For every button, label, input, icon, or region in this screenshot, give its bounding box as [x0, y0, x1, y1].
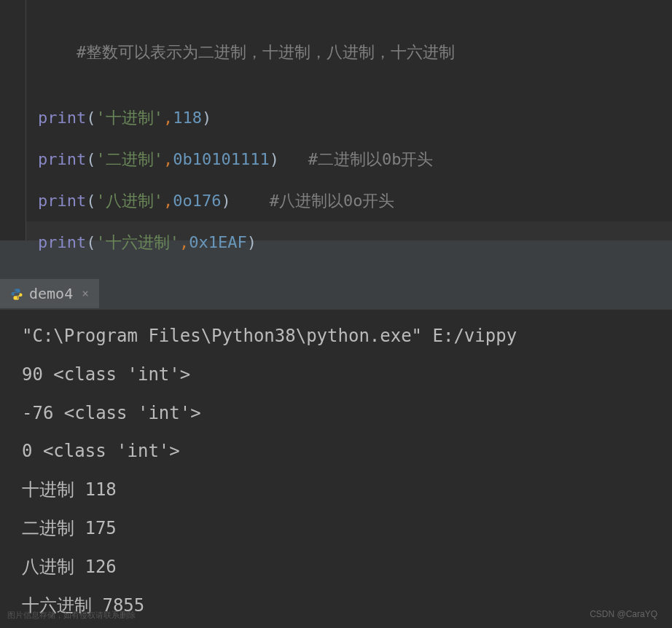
- func-call: print: [38, 109, 86, 127]
- string-literal: '二进制': [95, 150, 163, 168]
- tab-label: demo4: [29, 285, 73, 302]
- number-literal: 0x1EAF: [189, 233, 246, 251]
- paren: (: [86, 150, 95, 168]
- code-line-3[interactable]: print('二进制',0b10101111) #二进制以0b开头: [26, 138, 672, 180]
- paren: (: [86, 109, 95, 127]
- console-line: -76 <class 'int'>: [22, 394, 650, 433]
- console-line: 二进制 175: [22, 509, 650, 548]
- string-literal: '八进制': [95, 192, 163, 210]
- spacing: [279, 150, 308, 168]
- number-literal: 0b10101111: [173, 150, 269, 168]
- paren: (: [86, 233, 95, 251]
- console-line: "C:\Program Files\Python38\python.exe" E…: [22, 317, 650, 356]
- paren: (: [86, 192, 95, 210]
- comma: ,: [179, 233, 189, 251]
- func-call: print: [38, 150, 86, 168]
- console-line: 90 <class 'int'>: [22, 356, 650, 394]
- watermark-right: CSDN @CaraYQ: [590, 609, 657, 619]
- close-icon[interactable]: ×: [82, 286, 89, 300]
- paren: ): [202, 109, 211, 127]
- paren: ): [221, 192, 230, 210]
- string-literal: '十六进制': [95, 233, 179, 251]
- console-output[interactable]: "C:\Program Files\Python38\python.exe" E…: [0, 310, 672, 628]
- comma: ,: [163, 150, 173, 168]
- code-line-1[interactable]: #整数可以表示为二进制，十进制，八进制，十六进制: [26, 7, 672, 97]
- comment-text: #八进制以0o开头: [270, 192, 395, 210]
- console-line: 十进制 118: [22, 471, 650, 509]
- paren: ): [247, 233, 257, 251]
- paren: ): [270, 150, 279, 168]
- func-call: print: [38, 192, 86, 210]
- comment-text: #整数可以表示为二进制，十进制，八进制，十六进制: [77, 43, 455, 61]
- comment-text: #二进制以0b开头: [308, 150, 434, 168]
- console-tab-bar: demo4 ×: [0, 277, 672, 310]
- code-line-2[interactable]: print('十进制',118): [26, 97, 672, 138]
- comma: ,: [163, 192, 173, 210]
- spacing: [231, 192, 270, 210]
- python-icon: [10, 287, 23, 300]
- console-line: 0 <class 'int'>: [22, 432, 650, 471]
- watermark-left: 图片信息存储，如有侵权请联系删除: [7, 610, 136, 621]
- number-literal: 0o176: [173, 192, 221, 210]
- console-line: 八进制 126: [22, 548, 650, 586]
- number-literal: 118: [173, 109, 202, 127]
- comma: ,: [163, 109, 173, 127]
- code-editor[interactable]: #整数可以表示为二进制，十进制，八进制，十六进制 print('十进制',118…: [26, 0, 672, 240]
- string-literal: '十进制': [95, 109, 163, 127]
- code-line-4[interactable]: print('八进制',0o176) #八进制以0o开头: [26, 180, 672, 221]
- tab-demo4[interactable]: demo4 ×: [0, 279, 99, 308]
- func-call: print: [38, 233, 86, 251]
